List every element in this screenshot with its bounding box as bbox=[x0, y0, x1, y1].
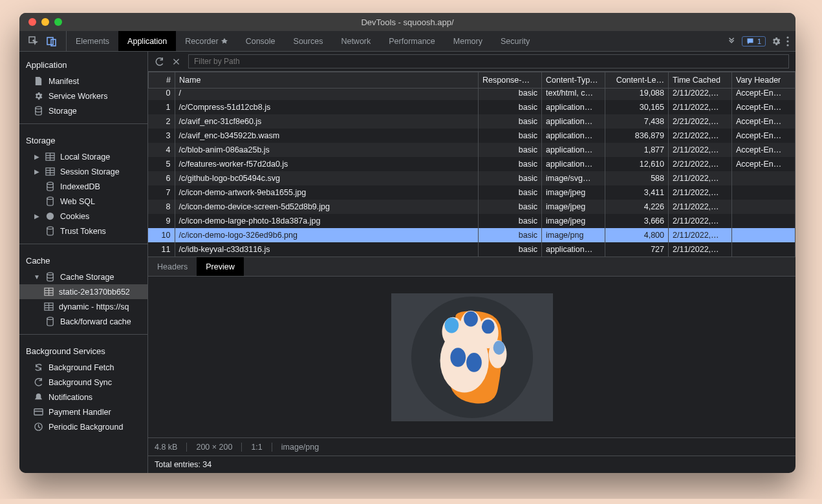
more-tabs-icon[interactable] bbox=[728, 37, 737, 46]
sidebar-item-session-storage[interactable]: ▶Session Storage bbox=[19, 164, 147, 179]
tab-recorder[interactable]: Recorder bbox=[176, 31, 236, 51]
table-row[interactable]: 2/c/avif_enc-31cf8e60.jsbasicapplication… bbox=[148, 114, 795, 129]
sidebar-item-payment[interactable]: Payment Handler bbox=[19, 404, 147, 419]
column-header[interactable]: Vary Header bbox=[732, 72, 795, 89]
meta-size: 4.8 kB bbox=[155, 443, 187, 452]
sidebar-item-periodic[interactable]: Periodic Background bbox=[19, 419, 147, 434]
sidebar-item-bg-sync[interactable]: Background Sync bbox=[19, 375, 147, 390]
main-area: Application Manifest Service Workers Sto… bbox=[19, 52, 795, 473]
database-icon bbox=[45, 272, 55, 282]
table-row[interactable]: 1/c/Compress-51d12cb8.jsbasicapplication… bbox=[148, 100, 795, 114]
tab-performance[interactable]: Performance bbox=[380, 31, 444, 51]
tab-sources[interactable]: Sources bbox=[285, 31, 332, 51]
svg-point-6 bbox=[36, 107, 41, 109]
table-row[interactable]: 7/c/icon-demo-artwork-9eba1655.jpgbasici… bbox=[148, 185, 795, 200]
svg-rect-17 bbox=[34, 409, 43, 415]
inspect-icon[interactable] bbox=[28, 36, 39, 47]
database-icon bbox=[34, 106, 43, 116]
sidebar-item-websql[interactable]: ▶Web SQL bbox=[19, 194, 147, 209]
svg-point-4 bbox=[786, 40, 788, 42]
sidebar-item-cookies[interactable]: ▶Cookies bbox=[19, 209, 147, 224]
svg-point-27 bbox=[481, 319, 494, 333]
sidebar-item-trust-tokens[interactable]: ▶Trust Tokens bbox=[19, 224, 147, 238]
sidebar-item-manifest[interactable]: Manifest bbox=[19, 74, 147, 89]
sidebar-item-bg-fetch[interactable]: Background Fetch bbox=[19, 360, 147, 375]
section-storage: Storage bbox=[19, 132, 147, 149]
settings-icon[interactable] bbox=[771, 36, 781, 47]
content-area: #NameResponse-…Content-Typ…Content-Le…Ti… bbox=[148, 52, 795, 473]
svg-point-3 bbox=[786, 36, 788, 38]
tab-security[interactable]: Security bbox=[492, 31, 539, 51]
column-header[interactable]: Content-Le… bbox=[605, 72, 669, 89]
svg-point-13 bbox=[47, 273, 53, 275]
table-row[interactable]: 9/c/icon-demo-large-photo-18da387a.jpgba… bbox=[148, 214, 795, 228]
column-header[interactable]: Content-Typ… bbox=[542, 72, 605, 89]
tab-network[interactable]: Network bbox=[332, 31, 380, 51]
tab-application[interactable]: Application bbox=[118, 31, 176, 51]
cookie-icon bbox=[45, 211, 55, 221]
meta-type: image/png bbox=[281, 443, 328, 452]
flask-icon bbox=[221, 38, 228, 45]
table-row[interactable]: 10/c/icon-demo-logo-326ed9b6.pngbasicima… bbox=[148, 228, 795, 242]
device-icon[interactable] bbox=[47, 36, 57, 47]
tab-console[interactable]: Console bbox=[237, 31, 285, 51]
tab-memory[interactable]: Memory bbox=[444, 31, 492, 51]
meta-zoom: 1:1 bbox=[251, 443, 272, 452]
section-cache: Cache bbox=[19, 252, 147, 269]
table-row[interactable]: 6/c/github-logo-bc05494c.svgbasicimage/s… bbox=[148, 171, 795, 185]
file-icon bbox=[34, 76, 43, 86]
sidebar-item-service-workers[interactable]: Service Workers bbox=[19, 89, 147, 103]
column-header[interactable]: # bbox=[149, 72, 175, 89]
sidebar-item-back-forward[interactable]: ▶Back/forward cache bbox=[19, 314, 147, 329]
svg-rect-1 bbox=[47, 37, 53, 45]
database-icon bbox=[45, 182, 55, 191]
svg-point-25 bbox=[444, 317, 459, 333]
table-row[interactable]: 3/c/avif_enc-b345922b.wasmbasicapplicati… bbox=[148, 129, 795, 143]
sidebar-item-storage[interactable]: Storage bbox=[19, 103, 147, 118]
devtools-window: DevTools - squoosh.app/ ElementsApplicat… bbox=[19, 13, 795, 473]
panel-tabs: ElementsApplicationRecorderConsoleSource… bbox=[67, 31, 539, 51]
sidebar-item-cache-static[interactable]: static-2e1370bb652 bbox=[19, 284, 147, 299]
table-row[interactable]: 8/c/icon-demo-device-screen-5d52d8b9.jpg… bbox=[148, 200, 795, 214]
sidebar-item-cache-storage[interactable]: ▼Cache Storage bbox=[19, 269, 147, 284]
filter-input[interactable] bbox=[188, 54, 789, 68]
section-background: Background Services bbox=[19, 342, 147, 360]
svg-point-30 bbox=[466, 353, 482, 372]
svg-point-29 bbox=[450, 348, 466, 367]
table-row[interactable]: 11/c/idb-keyval-c33d3116.jsbasicapplicat… bbox=[148, 242, 795, 257]
sync-icon bbox=[34, 377, 43, 387]
svg-point-11 bbox=[47, 213, 54, 220]
svg-point-5 bbox=[786, 44, 788, 46]
table-icon bbox=[45, 167, 55, 176]
detail-tab-preview[interactable]: Preview bbox=[197, 257, 243, 276]
refresh-icon[interactable] bbox=[155, 57, 164, 67]
titlebar: DevTools - squoosh.app/ bbox=[19, 13, 795, 31]
svg-point-16 bbox=[47, 317, 53, 320]
meta-dims: 200 × 200 bbox=[196, 443, 242, 452]
kebab-menu-icon[interactable] bbox=[786, 36, 789, 47]
card-icon bbox=[34, 407, 43, 417]
sidebar-item-notifications[interactable]: Notifications bbox=[19, 390, 147, 404]
sidebar-item-cache-dynamic[interactable]: dynamic - https://sq bbox=[19, 299, 147, 314]
sidebar-item-indexeddb[interactable]: ▶IndexedDB bbox=[19, 179, 147, 194]
delete-icon[interactable] bbox=[172, 58, 180, 66]
clock-icon bbox=[34, 422, 43, 432]
column-header[interactable]: Response-… bbox=[479, 72, 542, 89]
table-row[interactable]: 0/basictext/html, c…19,0882/11/2022,…Acc… bbox=[148, 89, 795, 100]
detail-tab-headers[interactable]: Headers bbox=[148, 257, 197, 276]
cache-table: #NameResponse-…Content-Typ…Content-Le…Ti… bbox=[148, 72, 795, 257]
svg-point-28 bbox=[493, 341, 504, 355]
detail-panel: HeadersPreview bbox=[148, 257, 795, 473]
sidebar-item-local-storage[interactable]: ▶Local Storage bbox=[19, 149, 147, 164]
gear-icon bbox=[34, 91, 43, 101]
table-row[interactable]: 5/c/features-worker-f57d2da0.jsbasicappl… bbox=[148, 157, 795, 171]
section-application: Application bbox=[19, 56, 147, 74]
tab-elements[interactable]: Elements bbox=[67, 31, 118, 51]
column-header[interactable]: Name bbox=[175, 72, 479, 89]
issues-badge[interactable]: 1 bbox=[742, 36, 766, 47]
footer: Total entries: 34 bbox=[148, 456, 795, 473]
column-header[interactable]: Time Cached bbox=[669, 72, 732, 89]
table-icon bbox=[44, 287, 54, 297]
svg-point-9 bbox=[47, 182, 53, 185]
table-row[interactable]: 4/c/blob-anim-086aa25b.jsbasicapplicatio… bbox=[148, 143, 795, 157]
